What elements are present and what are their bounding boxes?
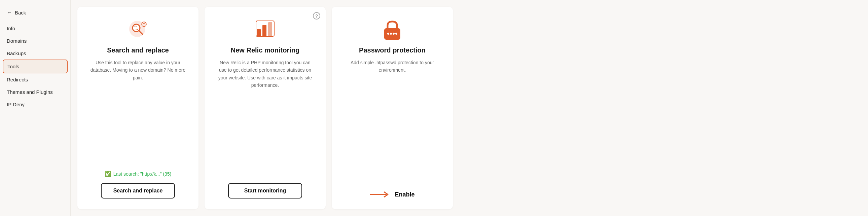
password-protection-card: Password protection Add simple .htpasswd…	[332, 7, 453, 209]
new-relic-desc: New Relic is a PHP monitoring tool you c…	[215, 59, 315, 176]
search-replace-card: Search and replace Use this tool to repl…	[78, 7, 198, 209]
back-button[interactable]: ← Back	[0, 7, 70, 22]
check-icon: ✅	[105, 171, 111, 177]
svg-rect-4	[257, 29, 261, 36]
sidebar: ← Back Info Domains Backups Tools Redire…	[0, 0, 71, 216]
search-replace-button[interactable]: Search and replace	[101, 183, 175, 198]
svg-point-12	[393, 33, 395, 35]
new-relic-title: New Relic monitoring	[231, 47, 300, 54]
svg-rect-9	[384, 28, 400, 40]
svg-point-13	[395, 33, 397, 35]
sidebar-item-domains[interactable]: Domains	[0, 35, 70, 47]
password-protection-desc: Add simple .htpasswd protection to your …	[342, 59, 442, 181]
password-protection-title: Password protection	[359, 47, 426, 54]
sidebar-item-ip-deny[interactable]: IP Deny	[0, 98, 70, 111]
svg-point-10	[387, 33, 389, 35]
enable-row: Enable	[370, 190, 414, 198]
start-monitoring-button[interactable]: Start monitoring	[228, 183, 302, 198]
sidebar-item-redirects[interactable]: Redirects	[0, 73, 70, 86]
svg-rect-6	[268, 22, 272, 36]
new-relic-card: ? New Relic monitoring New Relic is a PH…	[205, 7, 326, 209]
search-replace-desc: Use this tool to replace any value in yo…	[88, 59, 188, 164]
search-replace-title: Search and replace	[107, 47, 168, 54]
new-relic-icon	[254, 19, 276, 40]
sidebar-item-tools[interactable]: Tools	[3, 60, 68, 73]
search-replace-icon	[127, 19, 149, 40]
svg-point-11	[390, 33, 392, 35]
sidebar-item-themes-plugins[interactable]: Themes and Plugins	[0, 86, 70, 98]
back-arrow-icon: ←	[7, 9, 12, 16]
sidebar-item-info[interactable]: Info	[0, 22, 70, 35]
svg-rect-5	[262, 25, 267, 36]
password-protection-icon	[381, 19, 403, 40]
main-content: Search and replace Use this tool to repl…	[71, 0, 868, 216]
search-replace-status: ✅ Last search: "http://k..." (35)	[105, 171, 172, 177]
svg-point-3	[142, 22, 146, 27]
sidebar-item-backups[interactable]: Backups	[0, 47, 70, 60]
enable-arrow-icon	[370, 190, 390, 198]
enable-label[interactable]: Enable	[395, 191, 414, 198]
back-label: Back	[15, 10, 26, 16]
sidebar-nav: Info Domains Backups Tools Redirects The…	[0, 22, 70, 111]
help-icon[interactable]: ?	[313, 12, 320, 20]
